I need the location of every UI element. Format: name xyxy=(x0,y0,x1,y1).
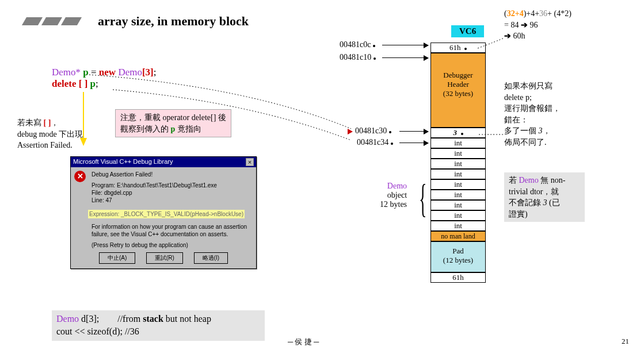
red-triangle-icon xyxy=(348,126,355,135)
note-line: debug mode 下出現 xyxy=(17,129,83,140)
dialog-text: Debug Assertion Failed! Program: E:\hand… xyxy=(92,171,253,249)
assertion-dialog: Microsoft Visual C++ Debug Library × ✕ D… xyxy=(70,156,257,269)
retry-button[interactable]: 重試(R) xyxy=(146,252,183,264)
code-line-2: delete [ ] p; xyxy=(52,78,157,90)
dialog-file: File: dbgdel.cpp xyxy=(92,189,253,197)
pink-line-1: 注意，重載 operator delete[] 後 xyxy=(120,112,226,124)
page-title: array size, in memory block xyxy=(98,14,249,29)
array-count: 3 xyxy=(430,128,486,138)
code-line-1: Demo* p = new Demo[3]; xyxy=(52,67,157,78)
addr-4-line xyxy=(399,143,428,143)
demo-object-label: Demo object 12 bytes xyxy=(380,182,407,209)
dialog-retry: (Press Retry to debug the application) xyxy=(92,241,253,249)
int-cell: int xyxy=(430,200,486,210)
addr-4: 00481c34 xyxy=(357,138,393,147)
footer-author: ─ 侯 捷 ─ xyxy=(288,337,319,347)
dialog-line: Line: 47 xyxy=(92,197,253,204)
abort-button[interactable]: 中止(A) xyxy=(99,252,135,264)
calc-line-3: ➔ 60h xyxy=(504,30,571,42)
int-cell: int xyxy=(430,190,486,200)
note-missing-brackets: 若未寫 [ ]， debug mode 下出現 Assertion Failed… xyxy=(17,117,83,151)
int-cell: int xyxy=(430,179,486,190)
int-cell: int xyxy=(430,148,486,159)
dialog-program: Program: E:\handout\Test\Test1\Debug\Tes… xyxy=(92,182,253,189)
addr-3: 00481c30 xyxy=(348,126,391,136)
title-decor xyxy=(24,17,79,25)
dialog-title-text: Microsoft Visual C++ Debug Library xyxy=(73,158,173,166)
note-trivial-dtor: 若 Demo 無 non- trivial dtor，就 不會記錄 3 (已 證… xyxy=(504,172,585,222)
dialog-buttons: 中止(A) 重試(R) 略過(I) xyxy=(74,249,253,265)
int-cell: int xyxy=(430,159,486,169)
calc-note: (32+4)+4+36+ (4*2) = 84 ➔ 96 ➔ 60h xyxy=(504,8,571,42)
addr-1-line xyxy=(382,45,428,45)
pink-note: 注意，重載 operator delete[] 後 觀察到傳入的 p 竟指向 xyxy=(115,109,231,137)
code-stack-line-1: Demo d[3]; //from stack but not heap xyxy=(56,313,260,325)
int-cell: int xyxy=(430,169,486,179)
addr-3-line xyxy=(399,131,428,132)
addr-2-line xyxy=(382,57,428,58)
dialog-info: failure, see the Visual C++ documentatio… xyxy=(92,230,253,238)
page-number: 21 xyxy=(622,337,629,346)
brace-icon: { xyxy=(419,182,426,216)
cookie-bot: 61h xyxy=(430,272,486,283)
error-icon: ✕ xyxy=(74,171,86,182)
dialog-titlebar: Microsoft Visual C++ Debug Library × xyxy=(71,157,256,167)
calc-line-2: = 84 ➔ 96 xyxy=(504,20,571,31)
code-new-delete: Demo* p = new Demo[3]; delete [ ] p; xyxy=(52,67,157,90)
debugger-header: Debugger Header (32 bytes) xyxy=(430,53,486,128)
calc-line-1: (32+4)+4+36+ (4*2) xyxy=(504,8,571,20)
close-icon[interactable]: × xyxy=(246,158,254,166)
no-man-land: no man land xyxy=(430,231,486,241)
dialog-expression: Expression: _BLOCK_TYPE_IS_VALID(pHead->… xyxy=(88,210,245,218)
int-cell: int xyxy=(430,138,486,148)
slash-icon xyxy=(41,17,62,25)
int-cell: int xyxy=(430,221,486,231)
slash-icon xyxy=(22,17,43,25)
dialog-info: For information on how your program can … xyxy=(92,223,253,230)
slash-icon xyxy=(61,17,82,25)
int-cell: int xyxy=(430,210,486,221)
code-stack: Demo d[3]; //from stack but not heap cou… xyxy=(52,310,265,341)
vc6-badge: VC6 xyxy=(451,25,484,37)
addr-2: 00481c10 xyxy=(340,53,376,62)
note-line: Assertion Failed. xyxy=(17,140,83,151)
pad-block: Pad (12 bytes) xyxy=(430,241,486,272)
memory-layout: 61h Debugger Header (32 bytes) 3 int int… xyxy=(430,43,486,283)
note-delete-p: 如果本例只寫 delete p; 運行期會報錯， 錯在： 多了一個 3， 佈局不… xyxy=(504,80,561,148)
addr-1: 00481c0c xyxy=(340,40,375,49)
dialog-body: ✕ Debug Assertion Failed! Program: E:\ha… xyxy=(71,167,256,268)
ignore-button[interactable]: 略過(I) xyxy=(194,252,228,264)
dialog-heading: Debug Assertion Failed! xyxy=(92,171,253,178)
cookie-top: 61h xyxy=(430,43,486,53)
code-stack-line-2: cout << sizeof(d); //36 xyxy=(56,325,260,338)
note-line: 若未寫 [ ]， xyxy=(17,117,83,129)
pink-line-2: 觀察到傳入的 p 竟指向 xyxy=(120,124,226,135)
